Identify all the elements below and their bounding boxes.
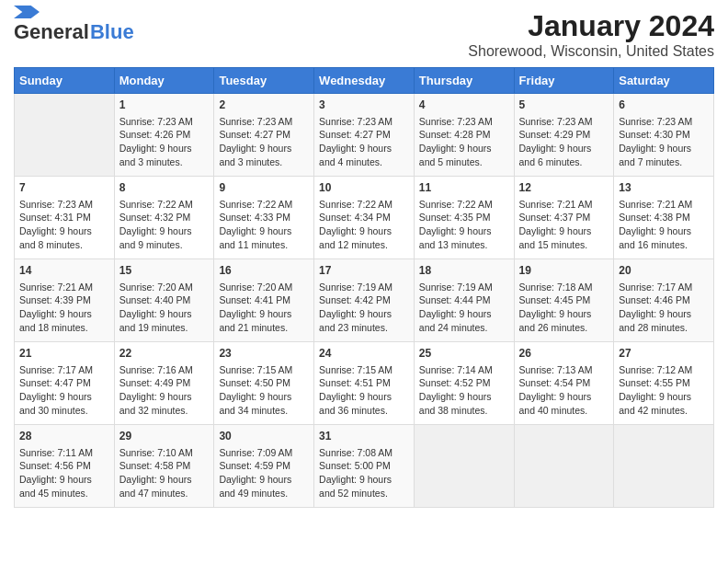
sunset-text: Sunset: 4:37 PM (519, 212, 591, 223)
sunrise-text: Sunrise: 7:22 AM (219, 199, 292, 210)
col-wednesday: Wednesday (314, 68, 415, 94)
page-title: January 2024 (468, 9, 714, 43)
sunset-text: Sunset: 4:40 PM (119, 294, 191, 305)
calendar-cell (15, 94, 115, 177)
daylight-text: Daylight: 9 hours and 28 minutes. (619, 308, 691, 333)
cell-content: 16Sunrise: 7:20 AMSunset: 4:41 PMDayligh… (219, 263, 309, 335)
cell-content: 20Sunrise: 7:17 AMSunset: 4:46 PMDayligh… (619, 263, 709, 335)
sunrise-text: Sunrise: 7:16 AM (119, 364, 193, 375)
col-monday: Monday (114, 68, 214, 94)
day-number: 14 (19, 263, 109, 279)
page-header: General Blue January 2024 Shorewood, Wis… (14, 9, 714, 60)
day-number: 25 (419, 346, 509, 362)
calendar-cell: 5Sunrise: 7:23 AMSunset: 4:29 PMDaylight… (514, 94, 614, 177)
calendar-cell: 13Sunrise: 7:21 AMSunset: 4:38 PMDayligh… (614, 177, 714, 259)
sunrise-text: Sunrise: 7:09 AM (219, 447, 292, 458)
daylight-text: Daylight: 9 hours and 40 minutes. (519, 391, 592, 416)
calendar-cell: 29Sunrise: 7:10 AMSunset: 4:58 PMDayligh… (114, 425, 214, 508)
sunset-text: Sunset: 4:27 PM (219, 129, 290, 140)
sunrise-text: Sunrise: 7:23 AM (419, 116, 493, 127)
calendar-cell: 28Sunrise: 7:11 AMSunset: 4:56 PMDayligh… (15, 425, 115, 508)
sunset-text: Sunset: 4:54 PM (519, 377, 591, 388)
day-number: 18 (419, 263, 509, 279)
sunset-text: Sunset: 4:50 PM (219, 377, 290, 388)
daylight-text: Daylight: 9 hours and 21 minutes. (219, 308, 291, 333)
col-sunday: Sunday (15, 68, 115, 94)
sunrise-text: Sunrise: 7:15 AM (219, 364, 292, 375)
sunset-text: Sunset: 4:34 PM (319, 212, 391, 223)
sunrise-text: Sunrise: 7:22 AM (419, 199, 493, 210)
daylight-text: Daylight: 9 hours and 9 minutes. (119, 225, 192, 250)
day-number: 9 (219, 180, 309, 196)
sunrise-text: Sunrise: 7:12 AM (619, 364, 692, 375)
day-number: 16 (219, 263, 309, 279)
sunrise-text: Sunrise: 7:08 AM (319, 447, 392, 458)
calendar-week-0: 1Sunrise: 7:23 AMSunset: 4:26 PMDaylight… (15, 94, 714, 177)
sunrise-text: Sunrise: 7:23 AM (519, 116, 593, 127)
daylight-text: Daylight: 9 hours and 13 minutes. (419, 225, 492, 250)
cell-content: 26Sunrise: 7:13 AMSunset: 4:54 PMDayligh… (519, 346, 609, 418)
day-number: 1 (119, 98, 210, 113)
sunrise-text: Sunrise: 7:23 AM (219, 116, 292, 127)
sunrise-text: Sunrise: 7:22 AM (119, 199, 193, 210)
daylight-text: Daylight: 9 hours and 38 minutes. (419, 391, 492, 416)
sunrise-text: Sunrise: 7:18 AM (519, 282, 593, 293)
day-number: 22 (119, 346, 210, 362)
sunrise-text: Sunrise: 7:15 AM (319, 364, 392, 375)
cell-content: 1Sunrise: 7:23 AMSunset: 4:26 PMDaylight… (119, 98, 210, 169)
calendar-cell: 20Sunrise: 7:17 AMSunset: 4:46 PMDayligh… (614, 259, 714, 342)
daylight-text: Daylight: 9 hours and 24 minutes. (419, 308, 492, 333)
daylight-text: Daylight: 9 hours and 16 minutes. (619, 225, 691, 250)
sunset-text: Sunset: 4:29 PM (519, 129, 591, 140)
calendar-cell (614, 425, 714, 508)
day-number: 27 (619, 346, 709, 362)
sunset-text: Sunset: 4:31 PM (19, 212, 91, 223)
calendar-cell: 7Sunrise: 7:23 AMSunset: 4:31 PMDaylight… (15, 177, 115, 259)
calendar-cell: 2Sunrise: 7:23 AMSunset: 4:27 PMDaylight… (214, 94, 314, 177)
col-thursday: Thursday (414, 68, 514, 94)
sunrise-text: Sunrise: 7:21 AM (619, 199, 692, 210)
sunrise-text: Sunrise: 7:20 AM (219, 282, 292, 293)
sunset-text: Sunset: 4:58 PM (119, 460, 191, 471)
calendar-week-4: 28Sunrise: 7:11 AMSunset: 4:56 PMDayligh… (15, 425, 714, 508)
calendar-cell (514, 425, 614, 508)
sunset-text: Sunset: 4:42 PM (319, 294, 391, 305)
sunset-text: Sunset: 4:35 PM (419, 212, 491, 223)
title-block: January 2024 Shorewood, Wisconsin, Unite… (468, 9, 714, 60)
col-tuesday: Tuesday (214, 68, 314, 94)
calendar-cell: 19Sunrise: 7:18 AMSunset: 4:45 PMDayligh… (514, 259, 614, 342)
day-number: 10 (319, 180, 409, 196)
daylight-text: Daylight: 9 hours and 32 minutes. (119, 391, 192, 416)
logo-icon (14, 6, 40, 18)
col-saturday: Saturday (614, 68, 714, 94)
daylight-text: Daylight: 9 hours and 49 minutes. (219, 474, 291, 499)
cell-content: 18Sunrise: 7:19 AMSunset: 4:44 PMDayligh… (419, 263, 509, 335)
cell-content: 8Sunrise: 7:22 AMSunset: 4:32 PMDaylight… (119, 180, 210, 252)
calendar-cell: 3Sunrise: 7:23 AMSunset: 4:27 PMDaylight… (314, 94, 415, 177)
sunset-text: Sunset: 4:52 PM (419, 377, 491, 388)
sunset-text: Sunset: 4:41 PM (219, 294, 290, 305)
day-number: 28 (19, 429, 109, 444)
calendar-cell: 16Sunrise: 7:20 AMSunset: 4:41 PMDayligh… (214, 259, 314, 342)
sunset-text: Sunset: 4:30 PM (619, 129, 690, 140)
day-number: 3 (319, 98, 409, 113)
header-row: Sunday Monday Tuesday Wednesday Thursday… (15, 68, 714, 94)
day-number: 11 (419, 180, 509, 196)
calendar-week-3: 21Sunrise: 7:17 AMSunset: 4:47 PMDayligh… (15, 342, 714, 425)
cell-content: 4Sunrise: 7:23 AMSunset: 4:28 PMDaylight… (419, 98, 509, 169)
day-number: 8 (119, 180, 210, 196)
calendar-cell: 22Sunrise: 7:16 AMSunset: 4:49 PMDayligh… (114, 342, 214, 425)
sunrise-text: Sunrise: 7:13 AM (519, 364, 593, 375)
calendar-cell: 25Sunrise: 7:14 AMSunset: 4:52 PMDayligh… (414, 342, 514, 425)
sunrise-text: Sunrise: 7:11 AM (19, 447, 93, 458)
cell-content: 2Sunrise: 7:23 AMSunset: 4:27 PMDaylight… (219, 98, 309, 169)
day-number: 12 (519, 180, 609, 196)
calendar-cell: 11Sunrise: 7:22 AMSunset: 4:35 PMDayligh… (414, 177, 514, 259)
logo-blue: Blue (90, 20, 134, 44)
daylight-text: Daylight: 9 hours and 42 minutes. (619, 391, 691, 416)
calendar-cell: 10Sunrise: 7:22 AMSunset: 4:34 PMDayligh… (314, 177, 415, 259)
calendar-cell: 27Sunrise: 7:12 AMSunset: 4:55 PMDayligh… (614, 342, 714, 425)
sunrise-text: Sunrise: 7:23 AM (619, 116, 692, 127)
cell-content: 12Sunrise: 7:21 AMSunset: 4:37 PMDayligh… (519, 180, 609, 252)
cell-content: 9Sunrise: 7:22 AMSunset: 4:33 PMDaylight… (219, 180, 309, 252)
